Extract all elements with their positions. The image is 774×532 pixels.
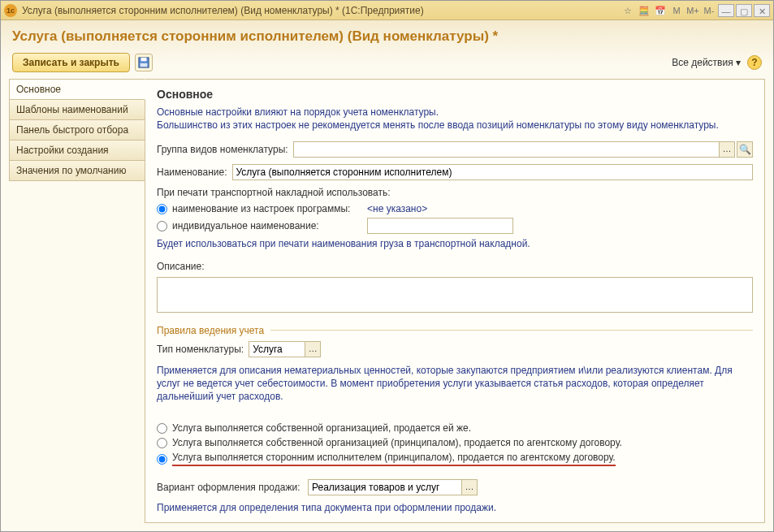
print-radio-individual-label: индивидуальное наименование: <box>172 220 367 231</box>
print-radio-individual-input[interactable] <box>157 221 167 231</box>
print-section-label: При печати транспортной накладной исполь… <box>157 187 753 198</box>
page-title: Услуга (выполняется сторонним исполнител… <box>12 28 762 45</box>
all-actions-label: Все действия <box>672 57 733 68</box>
search-icon: 🔍 <box>739 144 751 155</box>
sidebar-tab-label: Шаблоны наименований <box>16 104 128 115</box>
service-radio-2[interactable] <box>157 438 167 448</box>
calendar-icon[interactable]: 📅 <box>653 4 668 17</box>
page-header: Услуга (выполняется сторонним исполнител… <box>1 20 773 50</box>
toolbar: Записать и закрыть Все действия ▾ ? <box>1 50 773 79</box>
print-hint: Будет использоваться при печати наименов… <box>157 237 753 250</box>
sale-variant-hint: Применяется для определения типа докумен… <box>157 502 753 513</box>
content-hint: Основные настройки влияют на порядок уче… <box>157 106 753 132</box>
maximize-button[interactable]: ▢ <box>736 4 752 17</box>
sidebar-tab-defaults[interactable]: Значения по умолчанию <box>9 160 145 181</box>
sidebar-tab-main[interactable]: Основное <box>9 79 145 100</box>
app-icon: 1c <box>4 4 17 17</box>
app-window: 1c Услуга (выполняется сторонним исполни… <box>0 0 774 532</box>
close-button[interactable]: ✕ <box>754 4 770 17</box>
minimize-button[interactable]: — <box>718 4 734 17</box>
print-radio-program[interactable]: наименование из настроек программы: <не … <box>157 203 753 214</box>
sidebar-tab-label: Панель быстрого отбора <box>16 124 128 136</box>
sidebar-tab-label: Значения по умолчанию <box>16 165 126 176</box>
sale-variant-label: Вариант оформления продажи: <box>157 482 303 493</box>
service-option-1[interactable]: Услуга выполняется собственной организац… <box>157 422 753 434</box>
memory-m-plus[interactable]: M+ <box>685 4 700 17</box>
sidebar-tab-label: Настройки создания <box>16 145 109 156</box>
sidebar-tab-label: Основное <box>16 84 61 95</box>
sale-variant-select: … <box>308 479 478 495</box>
sidebar-tab-name-templates[interactable]: Шаблоны наименований <box>9 99 145 120</box>
service-radio-1[interactable] <box>157 423 167 434</box>
service-radio-2-label: Услуга выполняется собственной организац… <box>172 437 622 448</box>
print-program-link[interactable]: <не указано> <box>367 203 427 214</box>
group-row: Группа видов номенклатуры: … 🔍 <box>157 141 753 158</box>
type-select: … <box>249 341 321 357</box>
group-input[interactable] <box>293 141 720 158</box>
type-label: Тип номенклатуры: <box>157 344 244 355</box>
service-option-3[interactable]: Услуга выполняется сторонним исполнителе… <box>157 452 753 466</box>
name-row: Наименование: <box>157 164 753 180</box>
save-icon <box>138 57 149 68</box>
window-title: Услуга (выполняется сторонним исполнител… <box>22 5 424 16</box>
name-input[interactable] <box>232 164 753 180</box>
content-heading: Основное <box>157 88 753 101</box>
type-open-button[interactable]: … <box>305 341 321 357</box>
sidebar-tab-creation-settings[interactable]: Настройки создания <box>9 140 145 161</box>
sidebar: Основное Шаблоны наименований Панель быс… <box>9 79 145 523</box>
rules-legend-text: Правила ведения учета <box>157 325 264 336</box>
sidebar-tab-quick-filter[interactable]: Панель быстрого отбора <box>9 119 145 141</box>
service-radio-3-label: Услуга выполняется сторонним исполнителе… <box>172 452 616 466</box>
service-radio-3[interactable] <box>157 454 167 465</box>
type-input[interactable] <box>249 341 305 357</box>
group-label: Группа видов номенклатуры: <box>157 144 288 155</box>
sale-variant-open-button[interactable]: … <box>461 479 478 495</box>
print-radio-individual[interactable]: индивидуальное наименование: <box>157 218 753 234</box>
group-search-button[interactable]: 🔍 <box>737 141 753 158</box>
body: Основное Шаблоны наименований Панель быс… <box>1 79 773 531</box>
help-button[interactable]: ? <box>747 55 762 70</box>
sale-variant-input[interactable] <box>308 479 462 495</box>
memory-m-minus[interactable]: M- <box>702 4 716 17</box>
desc-label: Описание: <box>157 261 753 272</box>
service-option-2[interactable]: Услуга выполняется собственной организац… <box>157 437 753 448</box>
svg-rect-1 <box>141 58 146 61</box>
rules-legend: Правила ведения учета <box>157 325 753 336</box>
print-individual-input[interactable] <box>367 218 513 234</box>
print-radio-program-label: наименование из настроек программы: <box>172 203 367 214</box>
titlebar: 1c Услуга (выполняется сторонним исполни… <box>1 1 773 20</box>
favorite-icon[interactable]: ☆ <box>620 4 635 17</box>
chevron-down-icon: ▾ <box>736 57 741 68</box>
type-row: Тип номенклатуры: … <box>157 341 753 357</box>
save-and-close-button[interactable]: Записать и закрыть <box>12 53 130 72</box>
all-actions-menu[interactable]: Все действия ▾ <box>672 57 741 68</box>
description-textarea[interactable] <box>157 277 753 313</box>
group-open-button[interactable]: … <box>719 141 735 158</box>
save-button[interactable] <box>135 54 153 71</box>
svg-rect-2 <box>141 63 148 67</box>
name-label: Наименование: <box>157 167 227 178</box>
print-radio-program-input[interactable] <box>157 204 167 214</box>
type-hint: Применяется для описания нематериальных … <box>157 364 753 404</box>
calculator-icon[interactable]: 🧮 <box>637 4 651 17</box>
sale-variant-row: Вариант оформления продажи: … <box>157 479 753 495</box>
service-radio-1-label: Услуга выполняется собственной организац… <box>172 422 471 434</box>
content-panel: Основное Основные настройки влияют на по… <box>145 79 765 523</box>
memory-m[interactable]: M <box>669 4 684 17</box>
